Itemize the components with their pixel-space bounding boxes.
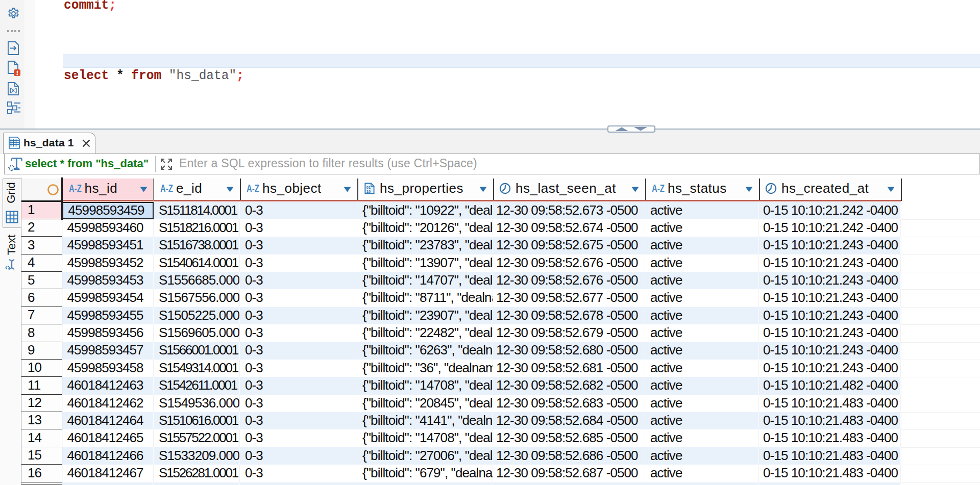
svg-text:A-Z: A-Z	[652, 182, 665, 195]
svg-text:A-Z: A-Z	[247, 182, 259, 195]
svg-text:10: 10	[366, 189, 371, 194]
svg-text:A-Z: A-Z	[160, 182, 173, 195]
svg-text:A-Z: A-Z	[69, 182, 82, 195]
